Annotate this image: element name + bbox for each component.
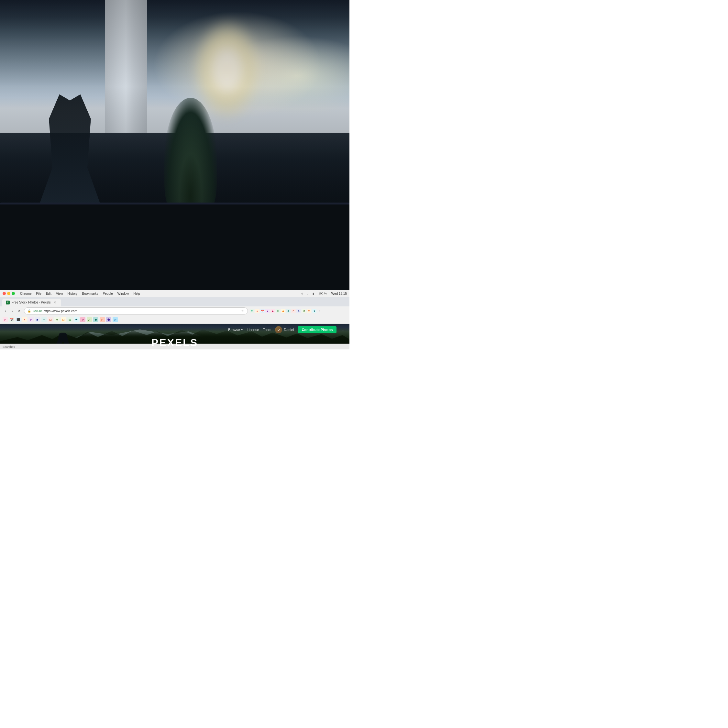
searches-label: Searches [3, 345, 15, 349]
bookmark-6[interactable]: ▶ [35, 317, 40, 322]
tab-close-icon[interactable]: ✕ [53, 300, 57, 305]
bookmark-18[interactable]: ◎ [113, 317, 118, 322]
ext-icon-4[interactable]: ● [265, 309, 270, 313]
bookmark-11[interactable]: ⊞ [67, 317, 72, 322]
menu-bookmarks[interactable]: Bookmarks [80, 291, 100, 296]
ext-icon-9[interactable]: P [291, 309, 296, 313]
ext-icon-3[interactable]: 📅 [260, 309, 265, 313]
volume-icon: ♪ [306, 291, 310, 296]
url-display: https://www.pexels.com [44, 309, 77, 313]
secure-lock-icon: 🔒 [28, 309, 31, 312]
bookmark-13[interactable]: P [80, 317, 86, 322]
pexels-license-nav[interactable]: License [247, 328, 259, 332]
traffic-close-btn[interactable] [3, 292, 6, 295]
menu-window[interactable]: Window [116, 291, 131, 296]
pexels-browse-nav[interactable]: Browse ▾ [228, 327, 243, 332]
bookmark-4[interactable]: ● [22, 317, 27, 322]
ext-icon-7[interactable]: ◆ [281, 309, 285, 313]
ext-icon-5[interactable]: ▶ [271, 309, 275, 313]
user-avatar: D [275, 326, 282, 333]
monitor-frame: Chrome File Edit View History Bookmarks … [0, 203, 349, 349]
refresh-button[interactable]: ↺ [16, 308, 22, 314]
pexels-logo: PEXELS [52, 337, 297, 349]
chrome-toolbar: ‹ › ↺ 🔒 Secure https://www.pexels.com ☆ … [0, 306, 349, 316]
address-bar[interactable]: 🔒 Secure https://www.pexels.com ☆ [24, 307, 248, 315]
pexels-navbar: Browse ▾ License Tools D Daniel Contribu… [0, 324, 349, 335]
browser-window: Chrome File Edit View History Bookmarks … [0, 290, 349, 350]
bookmark-star-icon[interactable]: ☆ [241, 309, 244, 313]
bookmark-2[interactable]: 📅 [9, 317, 14, 322]
bookmark-3[interactable]: ⬛ [15, 317, 21, 322]
secure-label: Secure [33, 309, 42, 312]
menu-file[interactable]: File [34, 291, 43, 296]
back-button[interactable]: ‹ [3, 308, 8, 314]
chrome-bookmarks-bar: P 📅 ⬛ ● P ▶ ≡ M M M ⊞ ★ P A ◆ P ⬟ ◎ [0, 316, 349, 324]
pexels-hero: PEXELS Best free stock photos in one pla… [52, 337, 297, 350]
bookmark-14[interactable]: A [87, 317, 92, 322]
bookmark-1[interactable]: P [3, 317, 8, 322]
close-tab-icon[interactable]: ✕ [317, 309, 322, 313]
bookmark-10[interactable]: M [61, 317, 66, 322]
bookmark-8[interactable]: M [48, 317, 53, 322]
pexels-user-menu[interactable]: D Daniel [275, 326, 294, 333]
bookmark-16[interactable]: P [99, 317, 105, 322]
wifi-icon: ⊙ [300, 291, 304, 296]
menu-chrome[interactable]: Chrome [18, 291, 34, 296]
ext-icon-12[interactable]: M [307, 309, 311, 313]
ext-icon-8[interactable]: ⊕ [286, 309, 291, 313]
traffic-min-btn[interactable] [7, 292, 10, 295]
browse-chevron-icon: ▾ [241, 327, 243, 332]
ext-icon-1[interactable]: M [250, 309, 254, 313]
ext-icon-2[interactable]: ● [255, 309, 260, 313]
more-options-icon[interactable]: ··· [340, 327, 344, 332]
pexels-tools-nav[interactable]: Tools [263, 328, 271, 332]
contribute-photos-button[interactable]: Contribute Photos [298, 326, 336, 333]
traffic-max-btn[interactable] [12, 292, 15, 295]
ext-icon-13[interactable]: ★ [312, 309, 317, 313]
bookmark-9[interactable]: M [54, 317, 60, 322]
tab-favicon: P [6, 301, 10, 304]
bookmark-5[interactable]: P [29, 317, 34, 322]
zoom-level: 100 % [317, 291, 329, 296]
ext-icon-11[interactable]: M [301, 309, 306, 313]
active-tab[interactable]: P Free Stock Photos · Pexels ✕ [2, 299, 61, 306]
forward-button[interactable]: › [9, 308, 15, 314]
tab-title: Free Stock Photos · Pexels [12, 301, 51, 304]
bookmark-12[interactable]: ★ [74, 317, 79, 322]
battery-icon: ▮ [311, 291, 315, 296]
bookmark-7[interactable]: ≡ [41, 317, 47, 322]
bookmark-15[interactable]: ◆ [93, 317, 98, 322]
user-name: Daniel [284, 328, 294, 332]
ext-icon-10[interactable]: A [297, 309, 301, 313]
menu-view[interactable]: View [54, 291, 65, 296]
chrome-tab-bar: P Free Stock Photos · Pexels ✕ [0, 297, 349, 306]
menu-people[interactable]: People [101, 291, 115, 296]
menu-edit[interactable]: Edit [44, 291, 54, 296]
system-time: Wed 16:15 [331, 292, 347, 295]
bookmark-17[interactable]: ⬟ [106, 317, 111, 322]
menu-history[interactable]: History [65, 291, 79, 296]
chrome-menu-bar: Chrome File Edit View History Bookmarks … [0, 290, 349, 297]
ext-icon-6[interactable]: ≡ [276, 309, 280, 313]
menu-help[interactable]: Help [132, 291, 142, 296]
